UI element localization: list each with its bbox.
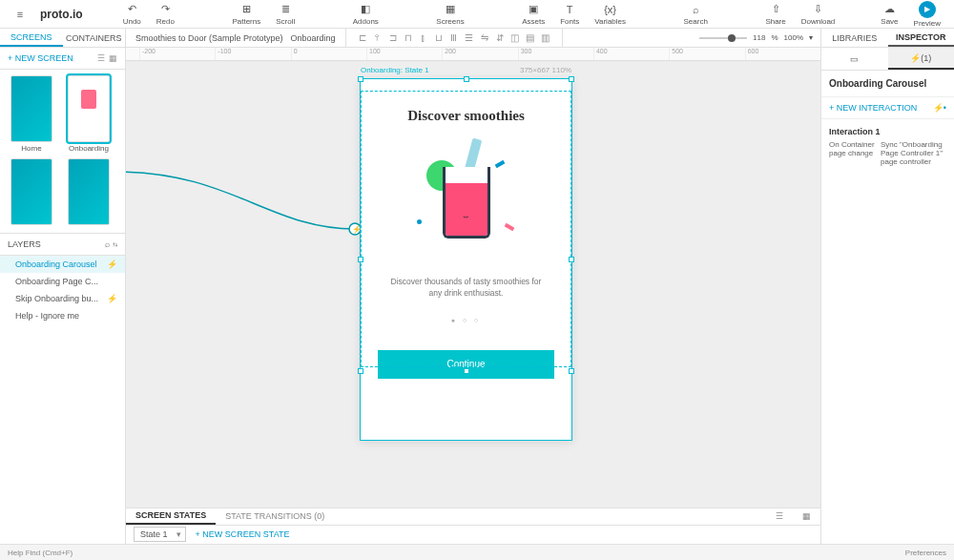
thumb-home[interactable] [10,75,52,142]
search-icon[interactable]: ⌕ [105,239,110,249]
group-icon[interactable]: ◫ [508,31,522,45]
layer-skip-onboarding-button[interactable]: Skip Onboarding bu...⚡ [0,290,125,307]
new-interaction-button[interactable]: + NEW INTERACTION ⚡• [821,97,954,119]
share-button[interactable]: ⇧Share [759,1,791,28]
tab-screens[interactable]: SCREENS [0,29,63,47]
interaction-item[interactable]: Interaction 1 On Container page change S… [821,119,954,174]
preview-button[interactable]: ▶Preview [908,0,946,30]
artboard-dimensions: 375×667 110% [520,66,571,74]
bring-front-icon[interactable]: ▤ [524,31,537,45]
scroll-button[interactable]: ≣Scroll [270,1,301,28]
sub-toolbar: SCREENS CONTAINERS Smoothies to Door (Sa… [0,29,954,48]
tab-inspector[interactable]: INSPECTOR [888,29,955,47]
alignment-tools: ⊏ ⫯ ⊐ ⊓ ⫿ ⊔ Ⅲ ☰ ⇋ ⇵ ◫ ▤ ▥ [345,29,563,47]
resize-handle[interactable] [569,76,574,82]
screens-button[interactable]: ▦Screens [430,1,469,28]
new-screen-state-button[interactable]: + NEW SCREEN STATE [196,529,290,539]
distribute-h-icon[interactable]: Ⅲ [447,31,461,45]
resize-handle[interactable] [464,368,469,374]
addons-button[interactable]: ◧Addons [347,1,384,28]
send-back-icon[interactable]: ▥ [539,31,552,45]
breadcrumb: Smoothies to Door (Sample Prototype) Onb… [126,33,345,43]
resize-handle[interactable] [569,257,574,262]
flow-connector: ⚡ [126,162,364,248]
tab-screen-states[interactable]: SCREEN STATES [126,508,216,525]
grid-view-icon[interactable]: ▦ [109,53,117,63]
resize-handle[interactable] [358,257,363,262]
zoom-slider[interactable] [699,37,747,39]
canvas[interactable]: -200-1000100200300400500600 ⚡ Onboarding… [126,48,820,544]
state-selector[interactable]: State 1 [134,527,186,542]
undo-button[interactable]: ↶Undo [117,1,147,28]
status-bar: Help Find (Cmd+F) Preferences [0,544,954,560]
resize-handle[interactable] [358,76,363,82]
chevron-down-icon[interactable]: ▾ [809,33,813,42]
fonts-button[interactable]: TFonts [554,1,585,28]
left-panel: + NEW SCREEN ☰▦ Home Onboarding LAYERS ⌕… [0,48,126,544]
save-button[interactable]: ☁Save [875,1,903,28]
interaction-settings-icon[interactable]: ⚡• [933,103,946,113]
bottom-bar: SCREEN STATES STATE TRANSITIONS (0) ☰ ▦ … [126,508,820,544]
bolt-icon: ⚡ [107,294,117,303]
breadcrumb-screen[interactable]: Onboarding [291,33,336,43]
thumb-4[interactable] [68,158,110,225]
bolt-icon: ⚡ [107,259,117,269]
zoom-controls: 118 % 100% ▾ [692,33,820,42]
tab-state-transitions[interactable]: STATE TRANSITIONS (0) [216,508,334,525]
screen-thumbnails: Home Onboarding [0,70,125,233]
tab-libraries[interactable]: LIBRARIES [821,29,888,47]
menu-icon[interactable]: ≡ [8,6,32,23]
inspector-panel: ▭ ⚡(1) Onboarding Carousel + NEW INTERAC… [820,48,954,544]
align-left-icon[interactable]: ⊏ [356,31,369,45]
inspector-tab-interactions[interactable]: ⚡(1) [888,48,955,70]
logo: proto.io [40,8,83,21]
page-indicator[interactable]: ● ○ ○ [361,317,571,323]
resize-handle[interactable] [358,368,363,374]
smoothie-illustration[interactable]: ⌣ [409,143,524,258]
new-screen-button[interactable]: + NEW SCREEN ☰▦ [0,48,125,70]
assets-button[interactable]: ▣Assets [516,1,550,28]
ruler-value: 118 [753,33,765,42]
status-preferences[interactable]: Preferences [905,549,946,557]
search-button[interactable]: ⌕Search [678,1,714,28]
status-left[interactable]: Help Find (Cmd+F) [8,549,73,557]
onboarding-subtitle[interactable]: Discover thousands of tasty smoothies fo… [361,277,571,300]
flip-h-icon[interactable]: ⇋ [478,31,491,45]
align-center-h-icon[interactable]: ⫯ [371,31,384,45]
patterns-button[interactable]: ⊞Patterns [226,1,266,28]
tab-containers[interactable]: CONTAINERS [63,29,126,47]
align-bottom-icon[interactable]: ⊔ [432,31,446,45]
align-center-v-icon[interactable]: ⫿ [417,31,430,45]
list-view-icon[interactable]: ☰ [97,53,105,63]
resize-handle[interactable] [464,76,469,82]
onboarding-title[interactable]: Discover smoothies [361,108,571,124]
thumb-3[interactable] [10,158,52,225]
states-grid-view-icon[interactable]: ▦ [793,508,820,525]
states-list-view-icon[interactable]: ☰ [766,508,793,525]
inspector-tab-properties[interactable]: ▭ [821,48,888,70]
flip-v-icon[interactable]: ⇵ [493,31,507,45]
align-right-icon[interactable]: ⊐ [386,31,400,45]
interaction-action: Sync "Onboarding Page Controller 1" page… [881,140,946,166]
artboard[interactable]: Onboarding: State 1 375×667 110% Discove… [360,78,572,441]
resize-handle[interactable] [569,368,574,374]
distribute-v-icon[interactable]: ☰ [463,31,476,45]
align-top-icon[interactable]: ⊓ [402,31,415,45]
artboard-label: Onboarding: State 1 [361,66,429,74]
top-toolbar: ≡ proto.io ↶Undo ↷Redo ⊞Patterns ≣Scroll… [0,0,954,29]
layer-help-ignore[interactable]: Help - Ignore me [0,307,125,324]
ruler-horizontal: -200-1000100200300400500600 [126,48,820,61]
sort-icon[interactable]: ⇅ [113,239,117,249]
zoom-value[interactable]: 100% [784,33,803,42]
layer-onboarding-page-controller[interactable]: Onboarding Page C... [0,273,125,290]
download-button[interactable]: ⇩Download [796,1,841,28]
redo-button[interactable]: ↷Redo [151,1,180,28]
interaction-trigger: On Container page change [829,140,875,166]
variables-button[interactable]: {x}Variables [589,1,632,28]
continue-button[interactable]: Continue [378,350,554,379]
layers-header: LAYERS ⌕ ⇅ [0,233,125,256]
layer-onboarding-carousel[interactable]: Onboarding Carousel⚡ [0,256,125,273]
breadcrumb-project[interactable]: Smoothies to Door (Sample Prototype) [135,33,283,43]
inspector-title: Onboarding Carousel [821,71,954,97]
thumb-onboarding[interactable] [68,75,110,142]
